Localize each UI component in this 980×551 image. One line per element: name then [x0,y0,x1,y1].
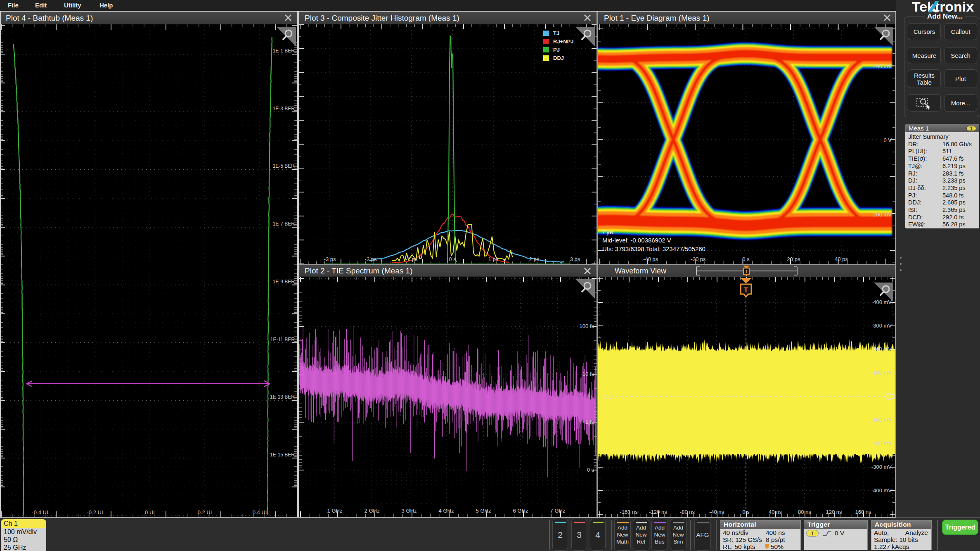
svg-text:20 ps: 20 ps [787,256,800,262]
svg-text:Tektronix: Tektronix [912,0,974,14]
svg-text:0 s: 0 s [742,256,750,262]
svg-text:Eye:: Eye: [602,228,615,235]
svg-text:3 GHz: 3 GHz [402,508,417,514]
svg-text:100 mV: 100 mV [873,370,892,376]
svg-text:-200 mV: -200 mV [871,440,892,446]
svg-text:0 V: 0 V [883,137,892,143]
svg-text:-300 mV: -300 mV [871,464,892,470]
svg-text:T: T [745,269,748,274]
svg-text:0 s: 0 s [449,256,456,262]
svg-text:-80 ns: -80 ns [680,509,695,515]
svg-text:2 GHz: 2 GHz [365,508,380,514]
svg-text:UIs: 3793/6398 Total: 3234: UIs: 3793/6398 Total: 323477/505260 [602,245,705,252]
svg-text:-120 ns: -120 ns [649,509,667,515]
svg-text:1 GHz: 1 GHz [327,508,343,514]
svg-text:-160 ns: -160 ns [620,509,638,515]
svg-text:200 mV: 200 mV [873,346,892,352]
svg-text:RJ+NPJ: RJ+NPJ [553,38,574,45]
svg-text:1E-9 BER: 1E-9 BER [273,279,295,285]
svg-text:C 1: C 1 [603,394,611,400]
svg-text:1E-13 BER: 1E-13 BER [270,394,295,400]
svg-text:1E-15 BER: 1E-15 BER [270,452,295,458]
svg-text:100 fs: 100 fs [580,323,594,329]
svg-text:0.4 UI: 0.4 UI [253,509,267,515]
svg-text:-1 ps: -1 ps [406,256,418,262]
svg-text:160 ns: 160 ns [855,509,871,515]
svg-text:400 mV: 400 mV [873,299,892,305]
svg-text:-0.2 UI: -0.2 UI [87,509,103,515]
svg-text:-2 ps: -2 ps [365,256,377,262]
svg-text:2 ps: 2 ps [529,256,540,262]
svg-text:0 s: 0 s [742,509,750,515]
svg-text:1E-7 BER: 1E-7 BER [273,221,295,227]
svg-text:0.2 UI: 0.2 UI [198,509,212,515]
svg-text:6 GHz: 6 GHz [513,508,528,514]
svg-text:0 UI: 0 UI [145,509,155,515]
svg-text:3 ps: 3 ps [570,256,580,262]
svg-text:0 s: 0 s [587,467,594,473]
svg-text:40 ps: 40 ps [835,256,848,262]
svg-text:200 mV: 200 mV [873,63,892,69]
svg-text:5 GHz: 5 GHz [476,508,491,514]
svg-text:-40 ps: -40 ps [643,256,658,262]
svg-text:DDJ: DDJ [553,55,564,61]
svg-text:PJ: PJ [553,47,560,53]
svg-text:4 GHz: 4 GHz [439,508,454,514]
svg-text:80 ns: 80 ns [798,509,811,515]
svg-text:1E-3 BER: 1E-3 BER [273,106,295,112]
svg-text:-3 ps: -3 ps [324,256,336,262]
svg-text:T: T [744,286,748,294]
svg-text:7 GHz: 7 GHz [550,508,566,514]
svg-text:1E-11 BER: 1E-11 BER [270,337,295,342]
svg-text:1 fs: 1 fs [585,419,594,425]
svg-text:-100 mV: -100 mV [871,417,892,423]
svg-text:-0.4 UI: -0.4 UI [32,509,48,515]
svg-text:40 ns: 40 ns [769,509,782,515]
svg-text:-200 mV: -200 mV [871,211,892,218]
svg-text:120 ns: 120 ns [826,509,842,515]
svg-text:Mid-level: -0.00386902 V: Mid-level: -0.00386902 V [602,237,671,244]
svg-text:TJ: TJ [553,30,559,36]
svg-text:-20 ps: -20 ps [691,256,706,262]
svg-text:1E-5 BER: 1E-5 BER [273,163,295,169]
svg-text:10 fs: 10 fs [582,371,594,377]
svg-text:300 mV: 300 mV [873,323,892,329]
svg-text:-40 ns: -40 ns [709,509,724,515]
svg-text:1 ps: 1 ps [488,256,499,262]
svg-text:-400 mV: -400 mV [871,487,892,494]
svg-text:1E-1 BER: 1E-1 BER [273,48,295,54]
